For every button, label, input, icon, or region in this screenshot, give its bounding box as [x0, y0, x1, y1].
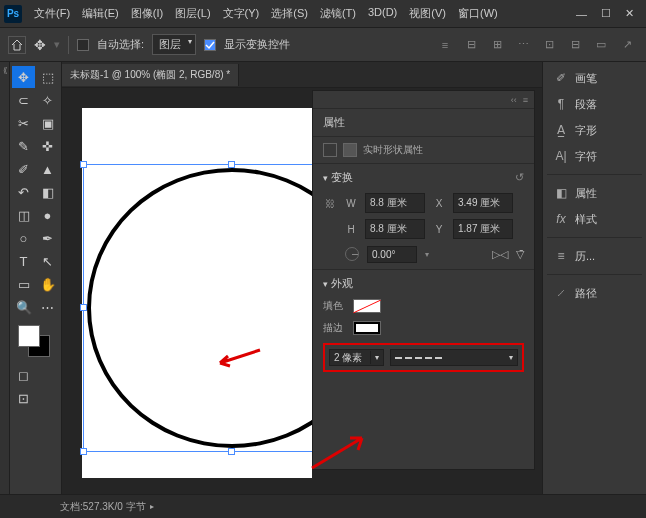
- eraser-tool[interactable]: ◧: [36, 181, 59, 203]
- stroke-width-dropdown[interactable]: ▾: [370, 351, 383, 364]
- align-btn-5[interactable]: ⊡: [538, 34, 560, 56]
- screenmode-tool[interactable]: ⊡: [12, 387, 35, 409]
- glyph-icon: A̲: [553, 122, 569, 138]
- menu-file[interactable]: 文件(F): [30, 4, 74, 23]
- maximize-button[interactable]: ☐: [601, 7, 611, 20]
- pen-tool[interactable]: ✒: [36, 227, 59, 249]
- panel-menu-icon[interactable]: ≡: [523, 95, 528, 105]
- move-tool-icon: ✥: [34, 37, 46, 53]
- sidebar-item-brush[interactable]: ✐画笔: [547, 66, 642, 90]
- status-dropdown[interactable]: ▸: [150, 502, 154, 511]
- home-icon[interactable]: [8, 36, 26, 54]
- handle-tm[interactable]: [228, 161, 235, 168]
- crop-tool[interactable]: ✂: [12, 112, 35, 134]
- gradient-tool[interactable]: ◫: [12, 204, 35, 226]
- appearance-section: ▾ 外观 填色 描边 ▾ ▾: [313, 269, 534, 378]
- menu-window[interactable]: 窗口(W): [454, 4, 502, 23]
- stroke-width-input[interactable]: [330, 350, 370, 365]
- right-sidebar: ✐画笔 ¶段落 A̲字形 A|字符 ◧属性 fx样式 ≡历... ⟋路径: [542, 62, 646, 494]
- handle-bm[interactable]: [228, 448, 235, 455]
- sidebar-item-paths[interactable]: ⟋路径: [547, 281, 642, 305]
- x-input[interactable]: 3.49 厘米: [453, 193, 513, 213]
- menu-select[interactable]: 选择(S): [267, 4, 312, 23]
- blur-tool[interactable]: ●: [36, 204, 59, 226]
- paths-icon: ⟋: [553, 285, 569, 301]
- shape-tool[interactable]: ▭: [12, 273, 35, 295]
- handle-ml[interactable]: [80, 304, 87, 311]
- canvas[interactable]: [82, 108, 312, 478]
- angle-input[interactable]: 0.00°: [367, 246, 417, 263]
- properties-icon: ◧: [553, 185, 569, 201]
- foreground-color[interactable]: [18, 325, 40, 347]
- align-btn-1[interactable]: ≡: [434, 34, 456, 56]
- title-bar: Ps 文件(F) 编辑(E) 图像(I) 图层(L) 文字(Y) 选择(S) 滤…: [0, 0, 646, 28]
- edit-toolbar[interactable]: ⋯: [36, 296, 59, 318]
- menu-filter[interactable]: 滤镜(T): [316, 4, 360, 23]
- left-dock-strip[interactable]: ⟪: [0, 62, 10, 494]
- link-wh-icon[interactable]: ⛓: [323, 194, 337, 212]
- menu-image[interactable]: 图像(I): [127, 4, 167, 23]
- zoom-tool[interactable]: 🔍: [12, 296, 35, 318]
- shape-live-icon: [343, 143, 357, 157]
- status-bar: 文档:527.3K/0 字节 ▸: [0, 494, 646, 518]
- heal-tool[interactable]: ✜: [36, 135, 59, 157]
- show-transform-label: 显示变换控件: [224, 37, 290, 52]
- sidebar-item-styles[interactable]: fx样式: [547, 207, 642, 231]
- align-btn-6[interactable]: ⊟: [564, 34, 586, 56]
- auto-select-dropdown[interactable]: 图层: [152, 34, 196, 55]
- move-tool[interactable]: ✥: [12, 66, 35, 88]
- menu-view[interactable]: 视图(V): [405, 4, 450, 23]
- align-btn-2[interactable]: ⊟: [460, 34, 482, 56]
- sidebar-item-properties[interactable]: ◧属性: [547, 181, 642, 205]
- path-tool[interactable]: ↖: [36, 250, 59, 272]
- sidebar-item-history[interactable]: ≡历...: [547, 244, 642, 268]
- frame-tool[interactable]: ▣: [36, 112, 59, 134]
- sidebar-item-glyph[interactable]: A̲字形: [547, 118, 642, 142]
- panel-collapse-icon[interactable]: ‹‹: [511, 95, 517, 105]
- menu-layer[interactable]: 图层(L): [171, 4, 214, 23]
- sidebar-item-paragraph[interactable]: ¶段落: [547, 92, 642, 116]
- stroke-swatch[interactable]: [353, 321, 381, 335]
- align-group: ≡ ⊟ ⊞ ⋯ ⊡ ⊟ ▭ ↗: [434, 34, 638, 56]
- minimize-button[interactable]: —: [576, 8, 587, 20]
- wand-tool[interactable]: ✧: [36, 89, 59, 111]
- lasso-tool[interactable]: ⊂: [12, 89, 35, 111]
- handle-tl[interactable]: [80, 161, 87, 168]
- type-tool[interactable]: T: [12, 250, 35, 272]
- color-swatches[interactable]: [18, 325, 50, 357]
- properties-tab[interactable]: 属性: [313, 109, 534, 137]
- flip-h-icon[interactable]: ▷◁: [492, 248, 508, 261]
- flip-v-icon[interactable]: ▽̄: [516, 248, 524, 261]
- stroke-style-dropdown[interactable]: ▾: [390, 349, 518, 366]
- history-brush-tool[interactable]: ↶: [12, 181, 35, 203]
- brush-tool[interactable]: ✐: [12, 158, 35, 180]
- share-icon[interactable]: ↗: [616, 34, 638, 56]
- menu-type[interactable]: 文字(Y): [219, 4, 264, 23]
- align-btn-7[interactable]: ▭: [590, 34, 612, 56]
- y-input[interactable]: 1.87 厘米: [453, 219, 513, 239]
- align-btn-3[interactable]: ⊞: [486, 34, 508, 56]
- dodge-tool[interactable]: ○: [12, 227, 35, 249]
- align-btn-4[interactable]: ⋯: [512, 34, 534, 56]
- show-transform-checkbox[interactable]: [204, 39, 216, 51]
- marquee-tool[interactable]: ⬚: [36, 66, 59, 88]
- handle-bl[interactable]: [80, 448, 87, 455]
- eyedropper-tool[interactable]: ✎: [12, 135, 35, 157]
- appearance-title: 外观: [331, 277, 353, 289]
- sidebar-item-character[interactable]: A|字符: [547, 144, 642, 168]
- hand-tool[interactable]: ✋: [36, 273, 59, 295]
- fill-swatch[interactable]: [353, 299, 381, 313]
- close-button[interactable]: ✕: [625, 7, 634, 20]
- properties-panel: ‹‹ ≡ 属性 实时形状属性 ▾ 变换 ↺ ⛓ W 8.8 厘米 X 3.49 …: [312, 90, 535, 470]
- menu-3d[interactable]: 3D(D): [364, 4, 401, 23]
- width-input[interactable]: 8.8 厘米: [365, 193, 425, 213]
- dash-preview: [395, 357, 442, 359]
- reset-icon[interactable]: ↺: [515, 171, 524, 184]
- document-tab[interactable]: 未标题-1 @ 100% (椭圆 2, RGB/8) *: [62, 64, 239, 86]
- quickmask-tool[interactable]: ◻: [12, 364, 35, 386]
- menu-edit[interactable]: 编辑(E): [78, 4, 123, 23]
- stamp-tool[interactable]: ▲: [36, 158, 59, 180]
- auto-select-checkbox[interactable]: [77, 39, 89, 51]
- stroke-width-control[interactable]: ▾: [329, 349, 384, 366]
- height-input[interactable]: 8.8 厘米: [365, 219, 425, 239]
